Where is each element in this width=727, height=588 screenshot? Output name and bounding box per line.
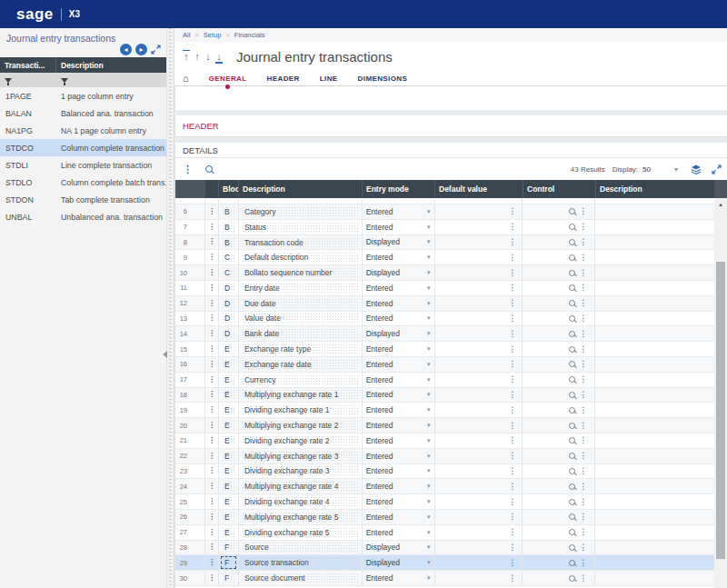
next-record-button[interactable]: ▸	[135, 44, 147, 55]
row-actions-icon[interactable]: ⋮	[508, 528, 516, 536]
block-cell[interactable]: E	[222, 420, 235, 431]
description2-cell[interactable]	[595, 342, 714, 356]
block-cell[interactable]: E	[222, 496, 235, 507]
default-value-cell[interactable]: ⋮	[435, 555, 523, 570]
default-value-cell[interactable]: ⋮	[435, 525, 523, 540]
breadcrumb-item-financials[interactable]: Financials	[234, 31, 265, 39]
filter-icon[interactable]	[5, 78, 12, 85]
column-control[interactable]: Control	[523, 180, 596, 198]
row-actions-icon[interactable]: ⋮	[508, 254, 516, 262]
entry-mode-cell[interactable]: Entered▾	[363, 388, 435, 403]
block-cell[interactable]: C	[222, 252, 235, 263]
description-cell[interactable]: Multiplying exchange rate 1	[242, 389, 359, 400]
breadcrumb-item-setup[interactable]: Setup	[204, 31, 222, 39]
description2-cell[interactable]	[595, 555, 714, 570]
control-cell[interactable]: ⋮	[523, 265, 595, 280]
description2-cell[interactable]	[595, 464, 714, 479]
row-drag-handle[interactable]: ⋮	[208, 559, 215, 566]
row-actions-icon[interactable]: ⋮	[508, 498, 516, 506]
row-drag-handle[interactable]: ⋮	[208, 314, 215, 322]
row-actions-icon[interactable]: ⋮	[579, 467, 587, 475]
control-cell[interactable]: ⋮	[523, 571, 595, 585]
row-drag-handle[interactable]: ⋮	[208, 498, 215, 505]
column-entry-mode[interactable]: Entry mode	[363, 180, 435, 198]
block-cell[interactable]: D	[222, 283, 235, 294]
control-cell[interactable]: ⋮	[523, 403, 595, 417]
collapse-panel-arrow[interactable]	[163, 351, 167, 358]
default-value-cell[interactable]: ⋮	[435, 464, 523, 479]
row-actions-icon[interactable]: ⋮	[579, 375, 587, 384]
default-value-cell[interactable]: ⋮	[435, 541, 523, 555]
control-cell[interactable]: ⋮	[523, 434, 595, 448]
table-row[interactable]: 23⋮EDividing exchange rate 3Entered▾⋮⋮	[175, 464, 714, 480]
block-cell[interactable]: B	[222, 237, 235, 248]
list-item[interactable]: UNBALUnbalanced ana. transaction	[0, 208, 166, 225]
entry-mode-caret[interactable]: ▾	[427, 406, 434, 414]
control-cell[interactable]: ⋮	[523, 357, 595, 372]
list-header-code[interactable]: Transacti...	[0, 57, 56, 73]
row-actions-icon[interactable]: ⋮	[579, 299, 587, 307]
row-actions-icon[interactable]: ⋮	[579, 452, 587, 460]
control-cell[interactable]: ⋮	[523, 204, 595, 219]
splitter-grip[interactable]	[169, 28, 172, 588]
entry-mode-cell[interactable]: Entered▾	[363, 403, 435, 417]
row-actions-icon[interactable]: ⋮	[579, 574, 587, 583]
row-drag-handle[interactable]: ⋮	[208, 345, 215, 353]
entry-mode-cell[interactable]: Entered▾	[363, 296, 435, 311]
table-row[interactable]: 16⋮EExchange rate dateEntered▾⋮⋮	[175, 357, 714, 373]
row-actions-icon[interactable]: ⋮	[579, 314, 587, 323]
row-actions-icon[interactable]: ⋮	[579, 436, 587, 444]
row-actions-icon[interactable]: ⋮	[508, 269, 516, 277]
control-cell[interactable]: ⋮	[523, 525, 595, 540]
entry-mode-cell[interactable]: Entered▾	[363, 449, 435, 463]
entry-mode-cell[interactable]: Entered▾	[363, 494, 435, 509]
lookup-icon[interactable]	[569, 407, 575, 414]
row-actions-icon[interactable]: ⋮	[508, 360, 516, 368]
lookup-icon[interactable]	[569, 513, 575, 520]
lookup-icon[interactable]	[569, 437, 575, 443]
default-value-cell[interactable]: ⋮	[435, 388, 523, 403]
default-value-cell[interactable]: ⋮	[435, 373, 523, 387]
block-cell[interactable]: F	[222, 557, 235, 568]
row-actions-icon[interactable]: ⋮	[579, 284, 587, 292]
table-row[interactable]: 29⋮FSource transactionDisplayed▾⋮⋮	[175, 555, 714, 571]
row-actions-icon[interactable]: ⋮	[579, 559, 587, 567]
scrollbar-thumb[interactable]	[716, 262, 725, 559]
block-cell[interactable]: D	[222, 328, 235, 339]
row-actions-icon[interactable]: ⋮	[579, 345, 587, 354]
description-cell[interactable]: Category	[242, 206, 359, 217]
default-value-cell[interactable]: ⋮	[435, 296, 523, 311]
list-item[interactable]: STDONTab complete transaction	[0, 191, 166, 208]
table-row[interactable]: 24⋮EMultiplying exchange rate 4Entered▾⋮…	[175, 479, 714, 494]
description-cell[interactable]: Dividing exchange rate 1	[242, 404, 359, 415]
row-actions-icon[interactable]: ⋮	[508, 284, 516, 292]
lookup-icon[interactable]	[569, 270, 575, 276]
description2-cell[interactable]	[595, 403, 714, 417]
entry-mode-cell[interactable]: Entered▾	[363, 373, 435, 387]
default-value-cell[interactable]: ⋮	[435, 357, 523, 372]
description-cell[interactable]: Bollato sequence number	[242, 267, 359, 278]
row-actions-icon[interactable]: ⋮	[508, 207, 516, 215]
row-drag-handle[interactable]: ⋮	[208, 254, 215, 261]
row-drag-handle[interactable]: ⋮	[208, 437, 215, 444]
table-row[interactable]: 18⋮EMultiplying exchange rate 1Entered▾⋮…	[175, 388, 714, 404]
description-cell[interactable]: Currency	[242, 374, 359, 385]
description-cell[interactable]: Source	[242, 542, 359, 553]
row-drag-handle[interactable]: ⋮	[208, 361, 215, 368]
description2-cell[interactable]	[595, 418, 714, 433]
tab-header[interactable]: HEADER	[267, 75, 300, 83]
lookup-icon[interactable]	[569, 544, 575, 551]
description2-cell[interactable]	[595, 235, 714, 250]
description-cell[interactable]: Source transaction	[242, 557, 359, 568]
row-actions-icon[interactable]: ⋮	[508, 513, 516, 521]
default-value-cell[interactable]: ⋮	[435, 479, 523, 493]
description-cell[interactable]: Default description	[242, 252, 359, 263]
table-row[interactable]: 8⋮BTransaction codeDisplayed▾⋮⋮	[175, 235, 714, 251]
entry-mode-caret[interactable]: ▾	[427, 559, 434, 566]
description-cell[interactable]: Multiplying exchange rate 2	[242, 420, 359, 431]
description2-cell[interactable]	[595, 571, 714, 585]
row-actions-icon[interactable]: ⋮	[579, 498, 587, 506]
table-row[interactable]: 27⋮EDividing exchange rate 5Entered▾⋮⋮	[175, 525, 714, 541]
entry-mode-caret[interactable]: ▾	[427, 391, 434, 398]
first-record-icon[interactable]: ↑	[181, 52, 192, 62]
